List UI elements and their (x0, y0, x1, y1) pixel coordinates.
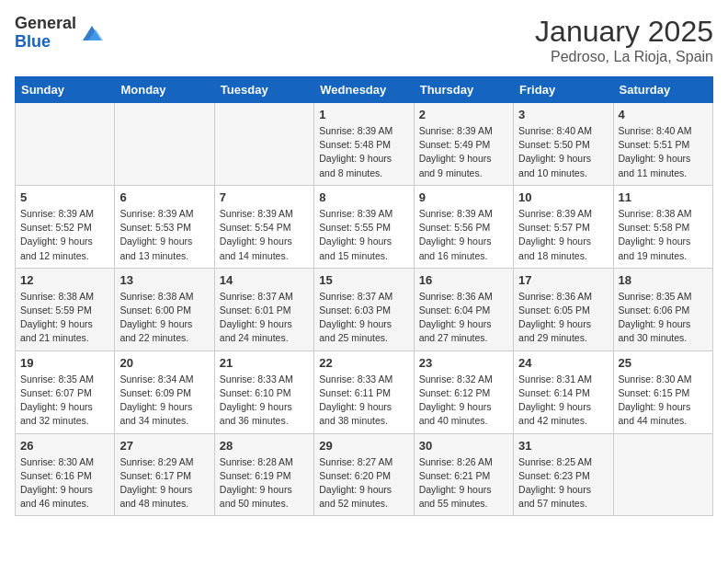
day-info: Sunrise: 8:39 AM Sunset: 5:53 PM Dayligh… (119, 207, 209, 263)
day-info: Sunrise: 8:39 AM Sunset: 5:48 PM Dayligh… (319, 124, 408, 180)
calendar-cell: 25Sunrise: 8:30 AM Sunset: 6:15 PM Dayli… (613, 350, 712, 433)
header-cell-tuesday: Tuesday (214, 77, 313, 103)
day-number: 2 (419, 108, 508, 121)
day-number: 12 (20, 273, 109, 287)
calendar-cell: 7Sunrise: 8:39 AM Sunset: 5:54 PM Daylig… (214, 185, 313, 268)
calendar-cell (115, 103, 214, 186)
calendar-cell: 17Sunrise: 8:36 AM Sunset: 6:05 PM Dayli… (514, 268, 613, 350)
calendar-cell: 12Sunrise: 8:38 AM Sunset: 5:59 PM Dayli… (16, 268, 115, 350)
day-number: 19 (20, 356, 109, 370)
day-info: Sunrise: 8:39 AM Sunset: 5:49 PM Dayligh… (419, 124, 508, 180)
logo-text: General Blue (15, 15, 76, 52)
day-number: 15 (319, 273, 408, 287)
day-info: Sunrise: 8:26 AM Sunset: 6:21 PM Dayligh… (419, 455, 508, 511)
day-number: 17 (518, 273, 608, 287)
day-info: Sunrise: 8:25 AM Sunset: 6:23 PM Dayligh… (518, 455, 608, 511)
day-info: Sunrise: 8:38 AM Sunset: 5:59 PM Dayligh… (20, 290, 109, 346)
day-info: Sunrise: 8:30 AM Sunset: 6:15 PM Dayligh… (619, 373, 708, 429)
calendar-cell: 27Sunrise: 8:29 AM Sunset: 6:17 PM Dayli… (115, 433, 214, 516)
header-cell-thursday: Thursday (414, 77, 513, 103)
logo: General Blue (15, 15, 105, 52)
calendar-cell: 3Sunrise: 8:40 AM Sunset: 5:50 PM Daylig… (514, 103, 613, 186)
day-number: 24 (518, 356, 608, 370)
day-info: Sunrise: 8:30 AM Sunset: 6:16 PM Dayligh… (20, 455, 109, 511)
logo-icon (79, 20, 105, 46)
day-info: Sunrise: 8:39 AM Sunset: 5:54 PM Dayligh… (220, 207, 309, 263)
month-title: January 2025 (535, 15, 713, 49)
week-row-0: 1Sunrise: 8:39 AM Sunset: 5:48 PM Daylig… (16, 103, 713, 186)
calendar-cell: 18Sunrise: 8:35 AM Sunset: 6:06 PM Dayli… (613, 268, 712, 350)
week-row-1: 5Sunrise: 8:39 AM Sunset: 5:52 PM Daylig… (16, 185, 713, 268)
day-info: Sunrise: 8:37 AM Sunset: 6:01 PM Dayligh… (220, 290, 309, 346)
day-info: Sunrise: 8:39 AM Sunset: 5:57 PM Dayligh… (518, 207, 608, 263)
day-number: 6 (119, 190, 209, 204)
day-number: 20 (119, 356, 209, 370)
day-info: Sunrise: 8:39 AM Sunset: 5:56 PM Dayligh… (419, 207, 508, 263)
calendar-header: SundayMondayTuesdayWednesdayThursdayFrid… (16, 77, 713, 103)
calendar-cell: 10Sunrise: 8:39 AM Sunset: 5:57 PM Dayli… (514, 185, 613, 268)
header-cell-sunday: Sunday (16, 77, 115, 103)
day-number: 23 (419, 356, 508, 370)
day-number: 10 (518, 190, 608, 204)
calendar-cell (613, 433, 712, 516)
calendar-cell: 29Sunrise: 8:27 AM Sunset: 6:20 PM Dayli… (314, 433, 414, 516)
day-number: 27 (119, 439, 209, 453)
day-number: 5 (20, 190, 109, 204)
day-info: Sunrise: 8:39 AM Sunset: 5:55 PM Dayligh… (319, 207, 408, 263)
calendar-cell (214, 103, 313, 186)
calendar-table: SundayMondayTuesdayWednesdayThursdayFrid… (15, 76, 713, 516)
day-info: Sunrise: 8:36 AM Sunset: 6:05 PM Dayligh… (518, 290, 608, 346)
day-number: 18 (619, 273, 708, 287)
calendar-cell: 2Sunrise: 8:39 AM Sunset: 5:49 PM Daylig… (414, 103, 513, 186)
calendar-body: 1Sunrise: 8:39 AM Sunset: 5:48 PM Daylig… (16, 103, 713, 516)
day-number: 9 (419, 190, 508, 204)
day-number: 8 (319, 190, 408, 204)
day-info: Sunrise: 8:27 AM Sunset: 6:20 PM Dayligh… (319, 455, 408, 511)
day-number: 11 (619, 190, 708, 204)
calendar-cell (16, 103, 115, 186)
day-info: Sunrise: 8:28 AM Sunset: 6:19 PM Dayligh… (220, 455, 309, 511)
calendar-cell: 11Sunrise: 8:38 AM Sunset: 5:58 PM Dayli… (613, 185, 712, 268)
day-info: Sunrise: 8:32 AM Sunset: 6:12 PM Dayligh… (419, 373, 508, 429)
calendar-cell: 14Sunrise: 8:37 AM Sunset: 6:01 PM Dayli… (214, 268, 313, 350)
header-cell-friday: Friday (514, 77, 613, 103)
calendar-cell: 20Sunrise: 8:34 AM Sunset: 6:09 PM Dayli… (115, 350, 214, 433)
week-row-3: 19Sunrise: 8:35 AM Sunset: 6:07 PM Dayli… (16, 350, 713, 433)
calendar-cell: 19Sunrise: 8:35 AM Sunset: 6:07 PM Dayli… (16, 350, 115, 433)
calendar-cell: 16Sunrise: 8:36 AM Sunset: 6:04 PM Dayli… (414, 268, 513, 350)
calendar-cell: 1Sunrise: 8:39 AM Sunset: 5:48 PM Daylig… (314, 103, 414, 186)
calendar-cell: 22Sunrise: 8:33 AM Sunset: 6:11 PM Dayli… (314, 350, 414, 433)
day-info: Sunrise: 8:38 AM Sunset: 6:00 PM Dayligh… (119, 290, 209, 346)
day-info: Sunrise: 8:36 AM Sunset: 6:04 PM Dayligh… (419, 290, 508, 346)
day-number: 16 (419, 273, 508, 287)
day-info: Sunrise: 8:39 AM Sunset: 5:52 PM Dayligh… (20, 207, 109, 263)
day-number: 14 (220, 273, 309, 287)
day-number: 29 (319, 439, 408, 453)
calendar-cell: 26Sunrise: 8:30 AM Sunset: 6:16 PM Dayli… (16, 433, 115, 516)
page-header: General Blue January 2025 Pedroso, La Ri… (15, 15, 713, 65)
calendar-cell: 31Sunrise: 8:25 AM Sunset: 6:23 PM Dayli… (514, 433, 613, 516)
day-info: Sunrise: 8:40 AM Sunset: 5:51 PM Dayligh… (619, 124, 708, 180)
day-number: 22 (319, 356, 408, 370)
header-cell-monday: Monday (115, 77, 214, 103)
day-number: 28 (220, 439, 309, 453)
header-row: SundayMondayTuesdayWednesdayThursdayFrid… (16, 77, 713, 103)
day-number: 13 (119, 273, 209, 287)
day-info: Sunrise: 8:34 AM Sunset: 6:09 PM Dayligh… (119, 373, 209, 429)
calendar-cell: 8Sunrise: 8:39 AM Sunset: 5:55 PM Daylig… (314, 185, 414, 268)
day-info: Sunrise: 8:33 AM Sunset: 6:11 PM Dayligh… (319, 373, 408, 429)
calendar-cell: 15Sunrise: 8:37 AM Sunset: 6:03 PM Dayli… (314, 268, 414, 350)
week-row-2: 12Sunrise: 8:38 AM Sunset: 5:59 PM Dayli… (16, 268, 713, 350)
day-number: 21 (220, 356, 309, 370)
day-number: 7 (220, 190, 309, 204)
calendar-cell: 5Sunrise: 8:39 AM Sunset: 5:52 PM Daylig… (16, 185, 115, 268)
calendar-cell: 24Sunrise: 8:31 AM Sunset: 6:14 PM Dayli… (514, 350, 613, 433)
day-number: 4 (619, 108, 708, 121)
header-cell-saturday: Saturday (613, 77, 712, 103)
calendar-cell: 9Sunrise: 8:39 AM Sunset: 5:56 PM Daylig… (414, 185, 513, 268)
calendar-cell: 4Sunrise: 8:40 AM Sunset: 5:51 PM Daylig… (613, 103, 712, 186)
day-number: 26 (20, 439, 109, 453)
day-number: 25 (619, 356, 708, 370)
calendar-cell: 30Sunrise: 8:26 AM Sunset: 6:21 PM Dayli… (414, 433, 513, 516)
calendar-cell: 21Sunrise: 8:33 AM Sunset: 6:10 PM Dayli… (214, 350, 313, 433)
